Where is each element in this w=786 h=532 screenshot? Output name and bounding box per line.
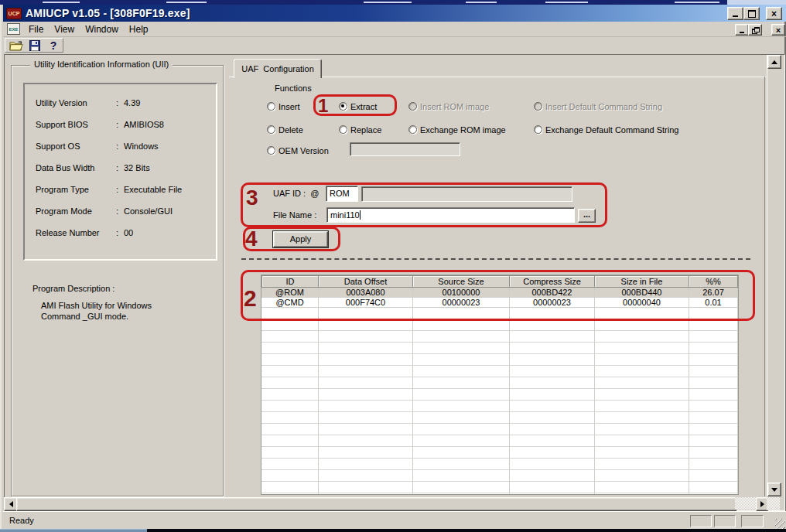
table-empty-cell <box>595 401 689 412</box>
mdi-restore-button[interactable] <box>748 24 762 36</box>
table-empty-cell <box>689 389 738 401</box>
table-empty-cell <box>595 377 689 389</box>
table-empty-cell <box>319 343 413 354</box>
table-empty-cell <box>595 447 689 459</box>
table-empty-cell <box>510 319 595 331</box>
field-value: 4.39 <box>124 98 140 107</box>
table-empty-cell <box>510 331 595 343</box>
menu-view[interactable]: View <box>49 22 80 36</box>
open-folder-icon[interactable] <box>9 40 23 51</box>
table-empty-cell <box>261 412 319 424</box>
radio-label: Delete <box>279 125 303 135</box>
radio-delete[interactable]: Delete <box>267 124 303 135</box>
menu-help[interactable]: Help <box>124 22 154 36</box>
table-empty-cell <box>510 412 595 424</box>
horizontal-scrollbar[interactable] <box>4 497 767 510</box>
table-empty-row <box>261 343 738 354</box>
tab-uaf-configuration[interactable]: UAF Configuration <box>234 59 322 78</box>
table-empty-row <box>261 424 738 435</box>
table-empty-cell <box>689 343 738 354</box>
title-bar[interactable]: UCP AMIUCP v1.05 - [308F0F19.exe] × <box>3 5 786 22</box>
field-label: Program Type <box>36 185 116 194</box>
menu-window[interactable]: Window <box>80 22 124 36</box>
mdi-minimize-button[interactable] <box>735 24 749 36</box>
oem-version-input[interactable] <box>350 142 460 156</box>
table-empty-cell <box>595 331 689 343</box>
table-empty-row <box>261 319 738 331</box>
maximize-icon <box>748 10 756 18</box>
table-empty-cell <box>261 459 319 470</box>
table-empty-cell <box>689 424 738 435</box>
background-window-strip-bottom <box>0 529 786 532</box>
table-empty-cell <box>261 319 319 331</box>
menu-file[interactable]: File <box>23 22 49 36</box>
table-empty-row <box>261 447 738 459</box>
table-empty-cell <box>413 493 510 495</box>
table-empty-cell <box>689 331 738 343</box>
field-value: 32 Bits <box>124 163 150 172</box>
table-empty-cell <box>510 470 595 482</box>
table-empty-cell <box>261 331 319 343</box>
uii-row-data-bus-width: Data Bus Width:32 Bits <box>36 163 150 172</box>
annotation-digit-3: 3 <box>246 186 258 210</box>
table-empty-cell <box>261 493 319 495</box>
table-empty-cell <box>689 482 738 493</box>
table-empty-cell <box>510 377 595 389</box>
table-empty-cell <box>319 447 413 459</box>
radio-circle <box>267 102 275 111</box>
uii-row-support-os: Support OS:Windows <box>36 142 159 151</box>
radio-exchange-default-command-string[interactable]: Exchange Default Command String <box>534 124 678 135</box>
table-empty-cell <box>261 435 319 447</box>
mdi-restore-icon <box>752 27 759 33</box>
horizontal-scroll-thumb[interactable] <box>16 497 736 511</box>
field-value: 00 <box>124 228 133 237</box>
colon: : <box>116 228 124 237</box>
colon: : <box>116 163 124 172</box>
uii-row-support-bios: Support BIOS:AMIBIOS8 <box>36 120 164 129</box>
table-empty-cell <box>689 470 738 482</box>
radio-insert[interactable]: Insert <box>267 101 300 111</box>
maximize-button[interactable] <box>743 7 760 20</box>
close-button[interactable]: × <box>766 7 782 20</box>
table-empty-cell <box>689 354 738 366</box>
radio-label: Insert ROM image <box>420 102 489 111</box>
minimize-button[interactable] <box>727 7 743 20</box>
scrollbar-corner <box>767 497 780 510</box>
table-empty-cell <box>689 366 738 377</box>
field-value: Executable File <box>124 185 182 194</box>
resize-grip[interactable] <box>775 519 785 529</box>
save-floppy-icon[interactable] <box>28 40 42 51</box>
screen: UCP AMIUCP v1.05 - [308F0F19.exe] × EXE … <box>0 0 786 532</box>
radio-exchange-rom-image[interactable]: Exchange ROM image <box>408 124 506 135</box>
colon: : <box>116 185 124 194</box>
table-empty-cell <box>413 343 510 354</box>
table-empty-cell <box>413 435 510 447</box>
program-description-line1: AMI Flash Utility for Windows <box>41 301 152 310</box>
scroll-up-button[interactable] <box>767 55 781 69</box>
table-empty-row <box>261 412 738 424</box>
table-empty-cell <box>413 470 510 482</box>
table-empty-cell <box>261 389 319 401</box>
uii-row-program-type: Program Type:Executable File <box>36 185 182 194</box>
uii-group-title: Utility Identification Information (UII) <box>30 60 173 69</box>
radio-oem-version[interactable]: OEM Version <box>267 145 329 155</box>
help-question-icon[interactable]: ? <box>46 40 60 51</box>
horizontal-scroll-track[interactable] <box>735 497 756 510</box>
radio-circle <box>267 146 275 155</box>
table-empty-row <box>261 482 738 493</box>
scroll-down-button[interactable] <box>767 483 781 496</box>
table-empty-cell <box>261 377 319 389</box>
field-label: Data Bus Width <box>36 163 116 172</box>
table-empty-cell <box>510 447 595 459</box>
table-empty-cell <box>510 354 595 366</box>
vertical-scrollbar[interactable] <box>767 55 780 496</box>
exe-document-icon[interactable]: EXE <box>7 23 20 35</box>
table-empty-cell <box>413 482 510 493</box>
mdi-close-button[interactable]: × <box>771 24 785 36</box>
table-empty-row <box>261 401 738 412</box>
table-empty-cell <box>510 343 595 354</box>
arrow-right-icon <box>760 501 764 507</box>
table-empty-cell <box>510 389 595 401</box>
table-empty-cell <box>595 354 689 366</box>
radio-replace[interactable]: Replace <box>339 124 381 135</box>
